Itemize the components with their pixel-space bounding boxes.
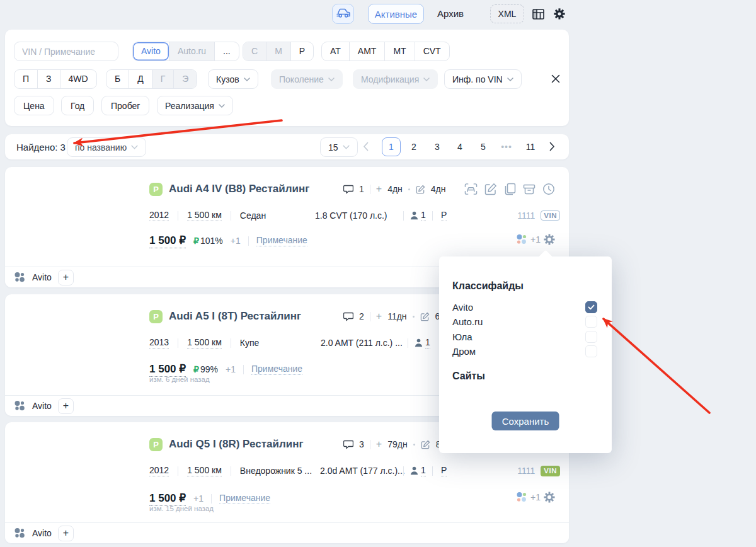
export-table-icon[interactable] (532, 9, 544, 20)
history-clock-icon[interactable] (542, 183, 555, 195)
tab-active[interactable]: Активные (368, 4, 424, 24)
vin-badge[interactable]: VIN (541, 210, 560, 221)
found-count: Найдено: 3 (16, 134, 66, 159)
price-value[interactable]: 1 500 ₽ (149, 492, 186, 506)
owners-count[interactable]: 1 (425, 337, 430, 348)
platforms-extra: +1 (530, 234, 541, 245)
page-button[interactable]: 1 (382, 137, 401, 156)
tab-archive[interactable]: Архив (437, 8, 464, 19)
xml-button[interactable]: XML (490, 4, 524, 23)
price-value[interactable]: 1 500 ₽ (149, 362, 186, 377)
edit-card-icon[interactable] (484, 183, 497, 195)
classified-option-row: Avito (452, 300, 597, 314)
classifieds-heading: Классифайды (452, 280, 524, 292)
note-link[interactable]: Примечание (251, 364, 302, 375)
page-button[interactable]: 4 (450, 137, 469, 156)
status-value[interactable]: P (441, 465, 447, 476)
mileage-filter-button[interactable]: Пробег (101, 96, 149, 115)
gearbox-mt[interactable]: MT (384, 42, 414, 60)
year-value[interactable]: 2012 (149, 465, 169, 476)
dot-separator (408, 188, 410, 190)
platform-label: Avito (32, 528, 52, 538)
card-settings-gear-icon[interactable] (544, 492, 555, 503)
add-platform-button[interactable]: + (58, 398, 74, 414)
fuel-petrol[interactable]: Б (106, 70, 129, 88)
owners-count[interactable]: 1 (421, 210, 426, 221)
condition-c[interactable]: C (243, 42, 266, 60)
comments-icon[interactable] (343, 312, 353, 321)
mileage-value[interactable]: 1 500 км (187, 465, 222, 476)
person-icon (410, 211, 418, 220)
note-link[interactable]: Примечание (219, 493, 270, 504)
page-button[interactable]: 3 (428, 137, 447, 156)
source-autoru[interactable]: Auto.ru (169, 42, 214, 60)
add-platform-button[interactable]: + (58, 270, 74, 285)
owners-count[interactable]: 1 (421, 465, 426, 476)
modification-dropdown: Модификация (353, 69, 438, 89)
gearbox-amt[interactable]: AMT (349, 42, 385, 60)
card-settings-gear-icon[interactable] (544, 234, 555, 245)
comments-icon[interactable] (343, 440, 353, 449)
card-title[interactable]: Audi A5 I (8T) Рестайлинг (169, 310, 301, 323)
vin-info-dropdown[interactable]: Инф. по VIN (444, 69, 522, 89)
fuel-gas[interactable]: Г (152, 70, 174, 88)
archive-icon[interactable] (523, 183, 536, 195)
condition-segmented: C M P (243, 42, 314, 61)
settings-gear-icon[interactable] (554, 8, 565, 20)
fuel-diesel[interactable]: Д (129, 70, 151, 88)
price-filter-button[interactable]: Цена (14, 96, 54, 115)
page-button[interactable]: 5 (474, 137, 493, 156)
year-filter-button[interactable]: Год (61, 96, 94, 115)
platforms-dots-icon[interactable] (516, 234, 527, 245)
page-button[interactable]: 2 (404, 137, 423, 156)
comments-icon[interactable] (343, 185, 353, 194)
save-button[interactable]: Сохранить (492, 412, 559, 430)
price-value[interactable]: 1 500 ₽ (149, 234, 186, 248)
chevron-down-icon (131, 145, 138, 149)
card-title[interactable]: Audi Q5 I (8R) Рестайлинг (169, 438, 304, 451)
divider (211, 494, 212, 504)
search-input[interactable] (14, 42, 118, 61)
year-value[interactable]: 2012 (149, 210, 169, 221)
status-value[interactable]: P (441, 210, 447, 221)
next-page-icon[interactable] (549, 142, 555, 151)
page-size-select[interactable]: 15 (320, 137, 358, 157)
year-value[interactable]: 2013 (149, 337, 169, 348)
checkbox-unchecked[interactable] (585, 316, 597, 328)
checkbox-checked[interactable] (585, 301, 597, 313)
platform-dots-icon (14, 527, 26, 539)
copy-icon[interactable] (504, 183, 516, 195)
condition-m[interactable]: M (266, 42, 290, 60)
page-button[interactable]: 11 (520, 137, 541, 156)
checkbox-unchecked[interactable] (585, 331, 597, 343)
sort-dropdown[interactable]: по названию (67, 137, 146, 157)
platforms-dots-icon[interactable] (516, 492, 527, 503)
gearbox-cvt[interactable]: CVT (415, 42, 449, 60)
checkbox-unchecked[interactable] (585, 345, 597, 357)
source-avito[interactable]: Avito (133, 42, 169, 60)
generation-dropdown-label: Поколение (279, 74, 324, 84)
vin-badge[interactable]: VIN (541, 466, 560, 476)
prev-page-icon[interactable] (363, 142, 369, 151)
moderation-icon[interactable] (464, 183, 478, 195)
condition-p[interactable]: P (290, 42, 313, 60)
card-title[interactable]: Audi A4 IV (B8) Рестайлинг (169, 183, 309, 195)
edit-icon (416, 185, 425, 194)
add-platform-button[interactable]: + (58, 526, 74, 541)
drive-rear[interactable]: З (37, 70, 59, 88)
source-more[interactable]: ... (214, 42, 239, 60)
gearbox-at[interactable]: AT (322, 42, 349, 60)
mileage-value[interactable]: 1 500 км (187, 337, 222, 348)
vehicles-button[interactable] (332, 4, 354, 24)
note-link[interactable]: Примечание (256, 235, 307, 246)
added-days: 79дн (387, 439, 407, 449)
fuel-electric[interactable]: Э (173, 70, 197, 88)
close-icon[interactable] (551, 74, 561, 84)
drive-front[interactable]: П (14, 70, 37, 88)
body-dropdown[interactable]: Кузов (208, 69, 258, 89)
modification-dropdown-label: Модификация (361, 74, 419, 84)
card-action-icons (464, 183, 555, 195)
realization-dropdown[interactable]: Реализация (157, 96, 233, 115)
mileage-value[interactable]: 1 500 км (187, 210, 222, 221)
drive-awd[interactable]: 4WD (60, 70, 96, 88)
